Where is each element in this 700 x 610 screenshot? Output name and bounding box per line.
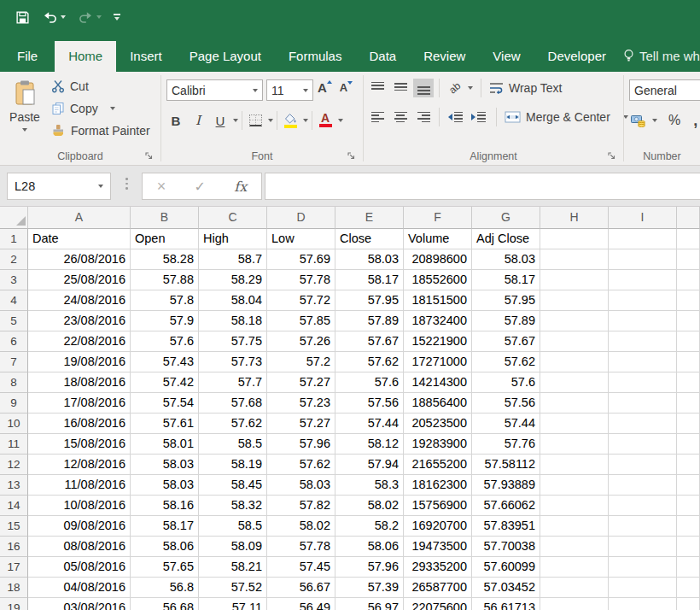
- tab-view[interactable]: View: [479, 41, 534, 72]
- cell-A16[interactable]: 08/08/2016: [28, 537, 131, 557]
- cell-G10[interactable]: 57.44: [472, 414, 540, 434]
- column-header-F[interactable]: F: [404, 207, 472, 229]
- cell-A11[interactable]: 15/08/2016: [28, 434, 131, 455]
- cell-H6[interactable]: [540, 331, 609, 352]
- cell-H12[interactable]: [540, 455, 609, 475]
- cell-C12[interactable]: 58.19: [199, 455, 267, 475]
- insert-function-icon[interactable]: fx: [234, 179, 247, 195]
- cell-B12[interactable]: 58.03: [131, 455, 199, 475]
- copy-button[interactable]: Copy: [51, 102, 115, 115]
- save-icon[interactable]: [15, 10, 30, 25]
- cell-X18[interactable]: [677, 578, 700, 598]
- cell-C5[interactable]: 58.18: [199, 311, 267, 331]
- cell-F17[interactable]: 29335200: [404, 557, 472, 578]
- fill-color-button[interactable]: [281, 111, 300, 130]
- cell-G8[interactable]: 57.6: [472, 372, 540, 393]
- bottom-align-button[interactable]: [413, 79, 434, 97]
- tab-review[interactable]: Review: [410, 41, 479, 72]
- cell-B6[interactable]: 57.6: [131, 331, 199, 352]
- cell-D16[interactable]: 57.78: [267, 537, 335, 557]
- tab-file[interactable]: File: [0, 41, 55, 72]
- tell-me-box[interactable]: Tell me what: [620, 41, 700, 72]
- row-header-10[interactable]: 10: [0, 414, 28, 434]
- cell-B3[interactable]: 57.88: [131, 270, 199, 290]
- cell-F1[interactable]: Volume: [404, 229, 472, 249]
- row-header-14[interactable]: 14: [0, 496, 28, 516]
- font-name-dropdown-icon[interactable]: [253, 89, 258, 92]
- cell-A19[interactable]: 03/08/2016: [28, 598, 131, 610]
- cell-I6[interactable]: [609, 331, 677, 352]
- row-header-15[interactable]: 15: [0, 516, 28, 537]
- orientation-button[interactable]: ab: [445, 79, 465, 97]
- bold-button[interactable]: B: [166, 111, 185, 130]
- cell-G19[interactable]: 56.61713: [472, 598, 540, 610]
- cell-A3[interactable]: 25/08/2016: [28, 270, 131, 290]
- cell-I8[interactable]: [609, 372, 677, 393]
- cell-H5[interactable]: [540, 311, 609, 331]
- row-header-3[interactable]: 3: [0, 270, 28, 290]
- percent-style-button[interactable]: %: [668, 113, 680, 128]
- cell-E2[interactable]: 58.03: [335, 249, 404, 270]
- cell-A8[interactable]: 18/08/2016: [28, 372, 131, 393]
- cell-H3[interactable]: [540, 270, 609, 290]
- cell-H18[interactable]: [540, 578, 609, 598]
- cell-C17[interactable]: 58.21: [199, 557, 267, 578]
- cell-A17[interactable]: 05/08/2016: [28, 557, 131, 578]
- column-header-H[interactable]: H: [540, 207, 609, 229]
- cell-E19[interactable]: 56.97: [335, 598, 404, 610]
- cell-D9[interactable]: 57.23: [267, 393, 335, 414]
- cell-C2[interactable]: 58.7: [199, 249, 267, 270]
- cell-F18[interactable]: 26587700: [404, 578, 472, 598]
- cell-F4[interactable]: 18151500: [404, 290, 472, 311]
- cell-E6[interactable]: 57.67: [335, 331, 404, 352]
- decrease-font-size-button[interactable]: A: [340, 81, 353, 94]
- cell-C16[interactable]: 58.09: [199, 537, 267, 557]
- cell-F13[interactable]: 18162300: [404, 475, 472, 496]
- cell-E15[interactable]: 58.2: [335, 516, 404, 537]
- font-color-button[interactable]: A: [316, 111, 335, 130]
- cell-F5[interactable]: 18732400: [404, 311, 472, 331]
- undo-button[interactable]: [42, 11, 66, 24]
- cell-H13[interactable]: [540, 475, 609, 496]
- cell-E17[interactable]: 57.96: [335, 557, 404, 578]
- cell-E1[interactable]: Close: [335, 229, 404, 249]
- cell-X16[interactable]: [677, 537, 700, 557]
- cell-C8[interactable]: 57.7: [199, 372, 267, 393]
- cell-C11[interactable]: 58.5: [199, 434, 267, 455]
- font-size-combo[interactable]: 11: [266, 79, 313, 101]
- cell-B10[interactable]: 57.61: [131, 414, 199, 434]
- cell-C4[interactable]: 58.04: [199, 290, 267, 311]
- cell-H19[interactable]: [540, 598, 609, 610]
- align-left-button[interactable]: [367, 108, 388, 126]
- cell-C7[interactable]: 57.73: [199, 352, 267, 372]
- increase-font-size-button[interactable]: A: [318, 80, 332, 95]
- select-all-corner[interactable]: [0, 207, 28, 229]
- cell-A6[interactable]: 22/08/2016: [28, 331, 131, 352]
- column-header-D[interactable]: D: [267, 207, 335, 229]
- align-center-button[interactable]: [390, 108, 411, 126]
- cell-B14[interactable]: 58.16: [131, 496, 199, 516]
- cell-F11[interactable]: 19283900: [404, 434, 472, 455]
- cell-I10[interactable]: [609, 414, 677, 434]
- borders-button[interactable]: [246, 111, 265, 130]
- cell-D7[interactable]: 57.2: [267, 352, 335, 372]
- tab-formulas[interactable]: Formulas: [275, 41, 356, 72]
- cell-G17[interactable]: 57.60099: [472, 557, 540, 578]
- cell-A18[interactable]: 04/08/2016: [28, 578, 131, 598]
- font-size-dropdown-icon[interactable]: [303, 89, 308, 92]
- formula-bar-resize-handle[interactable]: [125, 178, 128, 190]
- cell-F12[interactable]: 21655200: [404, 455, 472, 475]
- row-header-13[interactable]: 13: [0, 475, 28, 496]
- cell-H9[interactable]: [540, 393, 609, 414]
- number-format-combo[interactable]: General: [629, 79, 700, 101]
- cell-D6[interactable]: 57.26: [267, 331, 335, 352]
- cell-D1[interactable]: Low: [267, 229, 335, 249]
- cell-X12[interactable]: [677, 455, 700, 475]
- cell-G16[interactable]: 57.70038: [472, 537, 540, 557]
- cell-A2[interactable]: 26/08/2016: [28, 249, 131, 270]
- cell-E11[interactable]: 58.12: [335, 434, 404, 455]
- cell-X1[interactable]: [677, 229, 700, 249]
- column-header-I[interactable]: I: [609, 207, 677, 229]
- cell-A10[interactable]: 16/08/2016: [28, 414, 131, 434]
- tab-developer[interactable]: Developer: [534, 41, 620, 72]
